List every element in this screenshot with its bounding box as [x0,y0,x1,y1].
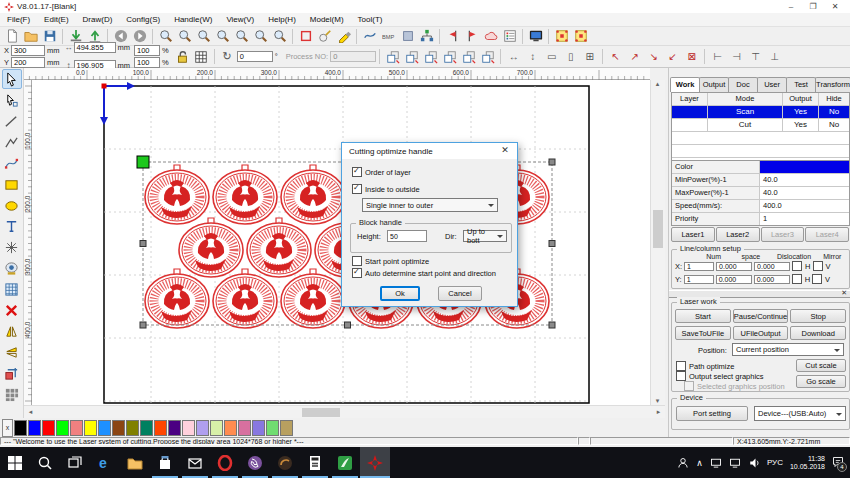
move-to-top-button[interactable] [421,48,440,65]
preview-button[interactable] [526,28,545,45]
grid-tool[interactable] [2,279,22,299]
anchor-mode-button[interactable] [571,28,590,45]
clock[interactable]: 11:38 10.05.2018 [790,455,825,471]
property-row[interactable]: Speed(mm/s): 400.0 [672,200,849,213]
edit-tool-button[interactable] [334,28,353,45]
align-left-flag-button[interactable] [443,28,462,45]
x-num-input[interactable]: 1 [684,262,714,271]
y-space-input[interactable]: 0.000 [716,275,752,284]
curve-weld-button[interactable] [481,28,500,45]
move-top-left-icon[interactable] [606,48,625,65]
laser-select-button[interactable]: Laser4 [805,227,849,242]
palette-color-swatch[interactable] [238,420,251,436]
calculator-icon[interactable] [300,447,330,478]
palette-color-swatch[interactable] [280,420,293,436]
move-to-bottom-button[interactable] [440,48,459,65]
dialog-title-bar[interactable]: Cutting optimize handle [342,143,517,159]
menu-item[interactable]: Tool(T) [351,14,390,25]
palette-color-swatch[interactable] [56,420,69,436]
y-num-input[interactable]: 1 [684,275,714,284]
tray-expand-icon[interactable]: ∧ [696,458,703,468]
store-icon[interactable] [150,447,180,478]
move-bottom-left-icon[interactable] [663,48,682,65]
scale-y-input[interactable]: 100 [134,57,160,68]
close-button[interactable]: ✕ [824,1,846,13]
network-icon[interactable] [710,457,722,469]
device-select[interactable]: Device---(USB:Auto) [754,406,846,421]
manual-sort-button[interactable] [315,28,334,45]
palette-color-swatch[interactable] [196,420,209,436]
panel-tab[interactable]: Work [670,77,700,92]
y-dislocation-input[interactable]: 0.000 [754,275,790,284]
zoom-out-button[interactable] [194,28,213,45]
distance-bottom-icon[interactable] [765,48,784,65]
lock-ratio-button[interactable] [173,48,192,65]
distance-left-icon[interactable] [708,48,727,65]
anchor-point-button[interactable] [552,28,571,45]
palette-color-swatch[interactable] [224,420,237,436]
scroll-down-icon[interactable]: ▾ [651,397,664,405]
menu-item[interactable]: Help(H) [261,14,303,25]
x-position-input[interactable]: 300 [11,45,45,56]
scale-x-input[interactable]: 100 [134,45,160,56]
menu-item[interactable]: Config(S) [119,14,167,25]
distance-right-icon[interactable] [727,48,746,65]
align-right-flag-button[interactable] [462,28,481,45]
save-file-button[interactable] [40,28,59,45]
fill-button[interactable] [398,28,417,45]
panel-tab[interactable]: User [757,77,787,92]
volume-icon[interactable] [748,457,760,469]
select-tool[interactable] [2,69,22,89]
block-height-input[interactable]: 50 [387,230,427,242]
horizontal-scroll-thumb[interactable] [302,408,340,417]
panel-tab[interactable]: Test [786,77,816,92]
property-row[interactable]: MinPower(%)-1 40.0 [672,174,849,187]
line-tool[interactable] [2,111,22,131]
curve-smooth-button[interactable] [360,28,379,45]
zoom-select-button[interactable] [251,28,270,45]
viber-icon[interactable] [240,447,270,478]
property-row[interactable]: MaxPower(%)-1 40.0 [672,187,849,200]
edge-icon[interactable] [90,447,120,478]
redo-button[interactable] [130,28,149,45]
bezier-tool[interactable] [2,153,22,173]
y-mirror-h-checkbox[interactable]: H [792,274,810,284]
layer-row[interactable]: Cut Yes No [672,119,849,132]
show-path-button[interactable] [296,28,315,45]
same-width-icon[interactable] [504,48,523,65]
cut-property-button[interactable] [500,28,519,45]
minimize-button[interactable]: – [780,1,802,13]
scroll-up-icon[interactable]: ▴ [651,80,664,88]
same-height-icon[interactable] [523,48,542,65]
file-output-button[interactable]: UFileOutput [733,326,789,340]
zoom-view-button[interactable] [270,28,289,45]
mirror-vertical-tool[interactable] [2,342,22,362]
ungroup-button[interactable] [402,48,421,65]
group-button[interactable] [383,48,402,65]
rotate-icon[interactable]: ↻ [218,48,237,65]
inside-mode-select[interactable]: Single inner to outer [362,198,498,212]
position-select[interactable]: Current position [732,343,844,356]
port-setting-button[interactable]: Port setting [676,406,748,421]
x-mirror-v-checkbox[interactable]: V [813,261,831,271]
palette-color-swatch[interactable] [154,420,167,436]
vertical-scroll-thumb[interactable] [653,210,663,248]
dialog-close-icon[interactable]: ✕ [493,143,517,159]
palette-color-swatch[interactable] [98,420,111,436]
dialog-checkbox-bottom[interactable]: Auto determine start point and direction [352,268,496,278]
start-button[interactable] [0,447,30,478]
file-output-button[interactable]: SaveToUFile [675,326,731,340]
open-file-button[interactable] [21,28,40,45]
y-mirror-v-checkbox[interactable]: V [812,274,830,284]
block-dir-select[interactable]: Up to bott [463,230,507,242]
property-row[interactable]: Color [672,161,849,174]
size-tall-icon[interactable] [561,48,580,65]
palette-color-swatch[interactable] [126,420,139,436]
cut-scale-button[interactable]: Cut scale [796,359,846,372]
panel-tab[interactable]: Output [699,77,729,92]
layer-row[interactable]: Scan Yes No [672,106,849,119]
task-view-icon[interactable] [60,447,90,478]
notification-icon[interactable]: 4 [832,456,844,470]
grid-snap-button[interactable] [192,48,211,65]
polyline-tool[interactable] [2,132,22,152]
